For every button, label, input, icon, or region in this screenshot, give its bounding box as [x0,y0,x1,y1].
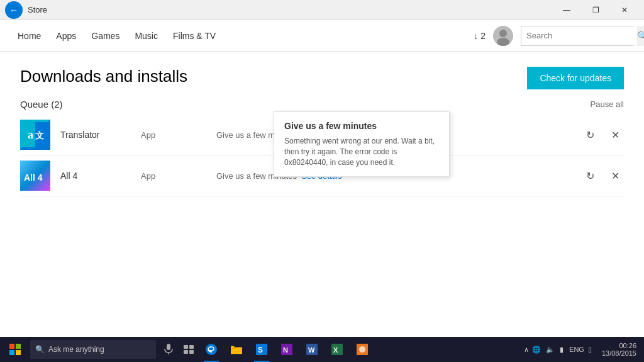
app-type: App [141,130,191,140]
back-button[interactable]: ← [5,1,23,19]
nav-games[interactable]: Games [84,20,127,52]
svg-text:All 4: All 4 [24,173,43,183]
svg-text:S: S [258,346,263,354]
cortana-mic-button[interactable] [158,337,179,362]
svg-text:W: W [308,346,315,354]
download-icon: ↓ [474,31,478,41]
search-input[interactable] [521,26,637,45]
taskbar-search-text: Ask me anything [48,345,104,354]
queue-header: Queue (2) Pause all [20,99,624,110]
svg-rect-22 [231,346,234,349]
svg-point-19 [206,344,217,355]
all4-app-icon: All 4 [20,161,50,191]
svg-text:X: X [333,346,338,354]
tooltip-body: Something went wrong at our end. Wait a … [284,136,439,167]
retry-button-1[interactable]: ↻ [581,126,599,144]
main-content: Downloads and installs Check for updates… [0,52,644,212]
restore-button[interactable]: ❐ [581,0,610,20]
windows-logo-icon [9,344,21,355]
store-icon: S [256,344,267,355]
app-extra-icon [357,344,368,355]
excel-icon: X [331,344,343,355]
error-tooltip: Give us a few minutes Something went wro… [274,111,450,177]
system-tray: ∧ 🌐 🔈 ▮ ENG ▯ [519,346,597,354]
app-actions: ↻ ✕ [581,167,624,184]
nav-home[interactable]: Home [10,20,48,52]
app-name: Translator [60,130,136,140]
avatar-icon [493,26,513,46]
check-updates-button[interactable]: Check for updates [527,67,624,89]
svg-rect-16 [189,345,194,349]
nav-bar: Home Apps Games Music Films & TV ↓ 2 🔍 [0,20,644,52]
downloads-indicator[interactable]: ↓ 2 [474,31,486,41]
edge-icon [206,344,217,355]
taskbar-store[interactable]: S [249,337,274,362]
taskbar-apps: S N W X [199,337,375,362]
svg-rect-17 [184,350,188,354]
app-name: All 4 [60,171,136,181]
all4-icon: All 4 [20,161,50,191]
svg-text:文: 文 [35,130,44,140]
remove-button-2[interactable]: ✕ [606,167,624,184]
svg-rect-9 [9,344,14,349]
show-hidden-icons[interactable]: ∧ [524,346,529,354]
queue-title: Queue (2) [20,99,63,110]
start-button[interactable] [3,337,28,362]
window-title: Store [28,5,552,14]
clock-time: 00:26 [602,342,636,349]
language-indicator[interactable]: ENG [569,346,584,353]
nav-apps[interactable]: Apps [48,20,84,52]
battery-icon[interactable]: ▮ [560,346,564,354]
clock-date: 13/08/2015 [602,349,636,357]
svg-text:a: a [28,128,33,141]
svg-rect-11 [9,350,14,355]
retry-button-2[interactable]: ↻ [581,167,599,184]
task-view-button[interactable] [179,337,199,362]
task-view-icon [184,345,194,354]
tooltip-title: Give us a few minutes [284,121,439,131]
window-controls: — ❐ ✕ [552,0,639,20]
folder-icon [231,344,242,355]
taskbar-app-extra[interactable] [350,337,375,362]
translator-app-icon: a 文 [20,120,50,150]
app-type: App [141,171,191,181]
word-icon: W [306,344,318,355]
notification-icon[interactable]: ▯ [588,346,592,354]
nav-films-tv[interactable]: Films & TV [165,20,223,52]
svg-rect-10 [16,344,21,349]
search-box[interactable]: 🔍 [521,26,634,46]
title-bar: ← Store — ❐ ✕ [0,0,644,20]
minimize-button[interactable]: — [552,0,581,20]
svg-rect-12 [16,350,21,355]
svg-point-32 [359,346,365,353]
taskbar-search-bar[interactable]: 🔍 Ask me anything [30,340,156,359]
taskbar-edge[interactable] [199,337,224,362]
nav-music[interactable]: Music [127,20,165,52]
svg-rect-13 [167,344,170,350]
svg-point-1 [499,30,507,37]
svg-text:N: N [283,346,288,354]
remove-button-1[interactable]: ✕ [606,126,624,144]
onenote-icon: N [281,344,292,355]
taskbar-file-explorer[interactable] [224,337,249,362]
app-actions: ↻ ✕ [581,126,624,144]
volume-icon[interactable]: 🔈 [546,346,555,354]
taskbar-onenote[interactable]: N [274,337,299,362]
user-avatar[interactable] [493,26,513,46]
taskbar-clock[interactable]: 00:26 13/08/2015 [597,342,641,357]
taskbar-word[interactable]: W [299,337,325,362]
taskbar-search-icon: 🔍 [35,345,45,354]
microphone-icon [164,344,173,355]
search-button[interactable]: 🔍 [637,26,644,46]
network-icon[interactable]: 🌐 [532,346,541,354]
translator-icon: a 文 [20,120,50,150]
pause-all-button[interactable]: Pause all [591,99,624,109]
svg-rect-18 [189,350,194,354]
svg-rect-15 [184,345,188,349]
taskbar-excel[interactable]: X [325,337,350,362]
taskbar: 🔍 Ask me anything [0,337,644,362]
close-button[interactable]: ✕ [610,0,639,20]
download-count: 2 [480,31,486,41]
